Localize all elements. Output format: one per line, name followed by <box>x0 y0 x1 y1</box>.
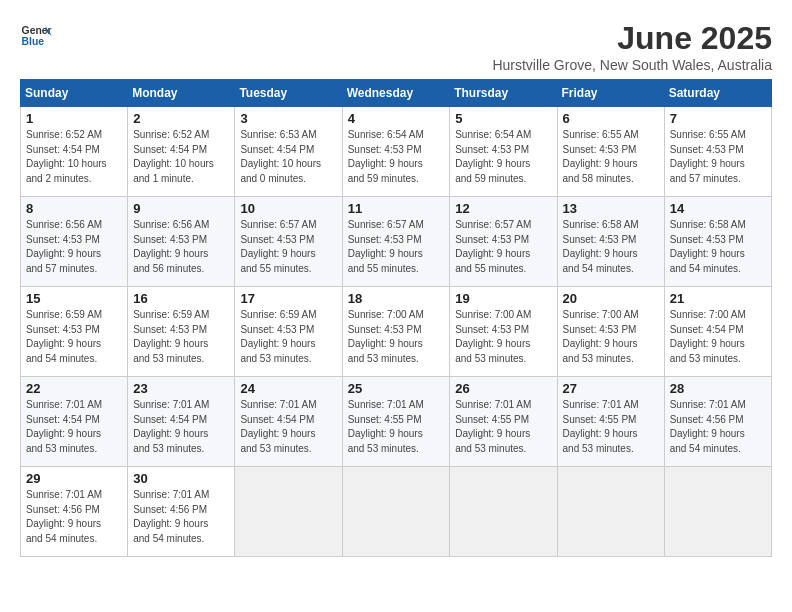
header: General Blue June 2025 Hurstville Grove,… <box>20 20 772 73</box>
calendar-cell: 14Sunrise: 6:58 AM Sunset: 4:53 PM Dayli… <box>664 197 771 287</box>
day-number: 14 <box>670 201 766 216</box>
weekday-header-friday: Friday <box>557 80 664 107</box>
calendar: SundayMondayTuesdayWednesdayThursdayFrid… <box>20 79 772 557</box>
calendar-cell: 28Sunrise: 7:01 AM Sunset: 4:56 PM Dayli… <box>664 377 771 467</box>
week-row-4: 22Sunrise: 7:01 AM Sunset: 4:54 PM Dayli… <box>21 377 772 467</box>
day-number: 28 <box>670 381 766 396</box>
day-info: Sunrise: 6:59 AM Sunset: 4:53 PM Dayligh… <box>133 308 229 366</box>
day-number: 1 <box>26 111 122 126</box>
day-info: Sunrise: 7:00 AM Sunset: 4:54 PM Dayligh… <box>670 308 766 366</box>
calendar-cell: 22Sunrise: 7:01 AM Sunset: 4:54 PM Dayli… <box>21 377 128 467</box>
calendar-cell: 30Sunrise: 7:01 AM Sunset: 4:56 PM Dayli… <box>128 467 235 557</box>
day-number: 24 <box>240 381 336 396</box>
day-number: 8 <box>26 201 122 216</box>
day-info: Sunrise: 6:54 AM Sunset: 4:53 PM Dayligh… <box>348 128 445 186</box>
day-info: Sunrise: 7:00 AM Sunset: 4:53 PM Dayligh… <box>563 308 659 366</box>
calendar-cell <box>557 467 664 557</box>
day-number: 19 <box>455 291 551 306</box>
day-info: Sunrise: 6:54 AM Sunset: 4:53 PM Dayligh… <box>455 128 551 186</box>
calendar-cell: 8Sunrise: 6:56 AM Sunset: 4:53 PM Daylig… <box>21 197 128 287</box>
calendar-cell: 4Sunrise: 6:54 AM Sunset: 4:53 PM Daylig… <box>342 107 450 197</box>
calendar-cell: 3Sunrise: 6:53 AM Sunset: 4:54 PM Daylig… <box>235 107 342 197</box>
day-number: 26 <box>455 381 551 396</box>
day-info: Sunrise: 6:56 AM Sunset: 4:53 PM Dayligh… <box>26 218 122 276</box>
day-info: Sunrise: 7:01 AM Sunset: 4:54 PM Dayligh… <box>133 398 229 456</box>
calendar-cell: 10Sunrise: 6:57 AM Sunset: 4:53 PM Dayli… <box>235 197 342 287</box>
day-info: Sunrise: 6:57 AM Sunset: 4:53 PM Dayligh… <box>240 218 336 276</box>
calendar-cell: 7Sunrise: 6:55 AM Sunset: 4:53 PM Daylig… <box>664 107 771 197</box>
day-info: Sunrise: 7:01 AM Sunset: 4:55 PM Dayligh… <box>455 398 551 456</box>
day-info: Sunrise: 7:00 AM Sunset: 4:53 PM Dayligh… <box>455 308 551 366</box>
day-number: 13 <box>563 201 659 216</box>
day-number: 12 <box>455 201 551 216</box>
weekday-header-tuesday: Tuesday <box>235 80 342 107</box>
calendar-cell: 21Sunrise: 7:00 AM Sunset: 4:54 PM Dayli… <box>664 287 771 377</box>
calendar-cell: 15Sunrise: 6:59 AM Sunset: 4:53 PM Dayli… <box>21 287 128 377</box>
calendar-cell <box>664 467 771 557</box>
day-number: 2 <box>133 111 229 126</box>
day-number: 6 <box>563 111 659 126</box>
week-row-1: 1Sunrise: 6:52 AM Sunset: 4:54 PM Daylig… <box>21 107 772 197</box>
calendar-cell: 20Sunrise: 7:00 AM Sunset: 4:53 PM Dayli… <box>557 287 664 377</box>
calendar-cell: 18Sunrise: 7:00 AM Sunset: 4:53 PM Dayli… <box>342 287 450 377</box>
weekday-header-wednesday: Wednesday <box>342 80 450 107</box>
day-number: 7 <box>670 111 766 126</box>
day-number: 25 <box>348 381 445 396</box>
day-info: Sunrise: 6:56 AM Sunset: 4:53 PM Dayligh… <box>133 218 229 276</box>
weekday-header-row: SundayMondayTuesdayWednesdayThursdayFrid… <box>21 80 772 107</box>
calendar-cell: 29Sunrise: 7:01 AM Sunset: 4:56 PM Dayli… <box>21 467 128 557</box>
day-number: 10 <box>240 201 336 216</box>
day-info: Sunrise: 6:59 AM Sunset: 4:53 PM Dayligh… <box>240 308 336 366</box>
day-number: 11 <box>348 201 445 216</box>
day-number: 5 <box>455 111 551 126</box>
calendar-cell <box>450 467 557 557</box>
logo: General Blue <box>20 20 52 52</box>
day-number: 9 <box>133 201 229 216</box>
calendar-cell: 5Sunrise: 6:54 AM Sunset: 4:53 PM Daylig… <box>450 107 557 197</box>
day-number: 30 <box>133 471 229 486</box>
day-number: 16 <box>133 291 229 306</box>
day-number: 18 <box>348 291 445 306</box>
day-info: Sunrise: 6:57 AM Sunset: 4:53 PM Dayligh… <box>455 218 551 276</box>
day-info: Sunrise: 6:58 AM Sunset: 4:53 PM Dayligh… <box>670 218 766 276</box>
day-number: 29 <box>26 471 122 486</box>
day-number: 20 <box>563 291 659 306</box>
calendar-cell: 25Sunrise: 7:01 AM Sunset: 4:55 PM Dayli… <box>342 377 450 467</box>
calendar-cell: 23Sunrise: 7:01 AM Sunset: 4:54 PM Dayli… <box>128 377 235 467</box>
day-number: 3 <box>240 111 336 126</box>
day-info: Sunrise: 7:01 AM Sunset: 4:55 PM Dayligh… <box>348 398 445 456</box>
day-number: 4 <box>348 111 445 126</box>
day-info: Sunrise: 7:01 AM Sunset: 4:54 PM Dayligh… <box>26 398 122 456</box>
weekday-header-monday: Monday <box>128 80 235 107</box>
title-area: June 2025 Hurstville Grove, New South Wa… <box>492 20 772 73</box>
day-info: Sunrise: 6:57 AM Sunset: 4:53 PM Dayligh… <box>348 218 445 276</box>
logo-icon: General Blue <box>20 20 52 52</box>
week-row-3: 15Sunrise: 6:59 AM Sunset: 4:53 PM Dayli… <box>21 287 772 377</box>
calendar-cell: 19Sunrise: 7:00 AM Sunset: 4:53 PM Dayli… <box>450 287 557 377</box>
day-number: 21 <box>670 291 766 306</box>
calendar-cell: 24Sunrise: 7:01 AM Sunset: 4:54 PM Dayli… <box>235 377 342 467</box>
calendar-cell: 13Sunrise: 6:58 AM Sunset: 4:53 PM Dayli… <box>557 197 664 287</box>
calendar-cell: 11Sunrise: 6:57 AM Sunset: 4:53 PM Dayli… <box>342 197 450 287</box>
day-number: 17 <box>240 291 336 306</box>
day-number: 22 <box>26 381 122 396</box>
subtitle: Hurstville Grove, New South Wales, Austr… <box>492 57 772 73</box>
week-row-5: 29Sunrise: 7:01 AM Sunset: 4:56 PM Dayli… <box>21 467 772 557</box>
calendar-cell: 9Sunrise: 6:56 AM Sunset: 4:53 PM Daylig… <box>128 197 235 287</box>
day-info: Sunrise: 6:52 AM Sunset: 4:54 PM Dayligh… <box>26 128 122 186</box>
day-info: Sunrise: 6:59 AM Sunset: 4:53 PM Dayligh… <box>26 308 122 366</box>
weekday-header-saturday: Saturday <box>664 80 771 107</box>
calendar-cell <box>235 467 342 557</box>
calendar-cell: 2Sunrise: 6:52 AM Sunset: 4:54 PM Daylig… <box>128 107 235 197</box>
day-info: Sunrise: 7:01 AM Sunset: 4:56 PM Dayligh… <box>133 488 229 546</box>
month-title: June 2025 <box>492 20 772 57</box>
day-info: Sunrise: 7:01 AM Sunset: 4:55 PM Dayligh… <box>563 398 659 456</box>
day-info: Sunrise: 7:01 AM Sunset: 4:56 PM Dayligh… <box>670 398 766 456</box>
day-number: 27 <box>563 381 659 396</box>
day-info: Sunrise: 6:52 AM Sunset: 4:54 PM Dayligh… <box>133 128 229 186</box>
calendar-cell: 12Sunrise: 6:57 AM Sunset: 4:53 PM Dayli… <box>450 197 557 287</box>
weekday-header-sunday: Sunday <box>21 80 128 107</box>
calendar-cell <box>342 467 450 557</box>
calendar-cell: 6Sunrise: 6:55 AM Sunset: 4:53 PM Daylig… <box>557 107 664 197</box>
calendar-cell: 1Sunrise: 6:52 AM Sunset: 4:54 PM Daylig… <box>21 107 128 197</box>
